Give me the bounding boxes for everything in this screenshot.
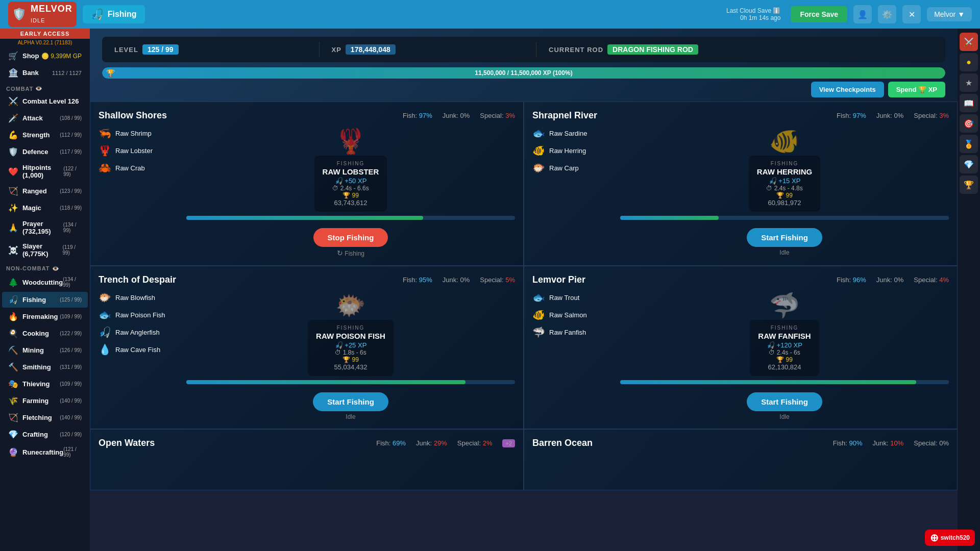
current-fish-name: RAW LOBSTER <box>323 167 379 176</box>
settings-icon-button[interactable]: ⚙️ <box>878 5 896 23</box>
bank-count: 1112 / 1127 <box>52 70 82 76</box>
right-panel-btn-combat[interactable]: ⚔️ <box>960 33 978 51</box>
area-name-lemvor: Lemvor Pier <box>532 274 585 285</box>
start-fishing-button-shrapnel-river[interactable]: Start Fishing <box>747 228 822 247</box>
raw-cave-fish-label: Raw Cave Fish <box>115 346 160 354</box>
crafting-icon: 💎 <box>8 430 18 439</box>
fishing-spinner: ↻ <box>337 249 343 257</box>
right-panel-btn-gold[interactable]: ● <box>960 53 978 71</box>
shop-gp: 🪙 9,399M GP <box>41 53 82 60</box>
special-pct-label: Special: 4% <box>914 276 949 284</box>
shrimp-icon: 🦐 <box>99 127 111 139</box>
start-fishing-button-lemvor[interactable]: Start Fishing <box>747 392 822 411</box>
xp-bar-container: 🏆 11,500,000 / 11,500,000 XP (100%) <box>102 67 945 79</box>
spend-xp-button[interactable]: Spend 🏆 XP <box>888 82 945 97</box>
area-status-shrapnel-river: Idle <box>779 249 789 256</box>
stop-fishing-button-shallow-shores[interactable]: Stop Fishing <box>313 228 388 247</box>
current-fish-name-shrapnel: RAW HERRING <box>757 167 812 176</box>
sidebar-item-crafting[interactable]: 💎Crafting (120 / 99) <box>2 427 88 442</box>
sidebar-item-firemaking[interactable]: 🔥Firemaking (109 / 99) <box>2 309 88 324</box>
sidebar-item-attack[interactable]: 🗡️Attack (108 / 99) <box>2 110 88 126</box>
area-content-shrapnel-river: 🐟 Raw Sardine 🐠 Raw Herring 🐡 Raw Carp <box>532 127 949 256</box>
sidebar-item-thieving[interactable]: 🎭Thieving (109 / 99) <box>2 376 88 392</box>
app-name: MELVORIDLE <box>31 4 72 25</box>
rod-value: DRAGON FISHING ROD <box>607 44 698 55</box>
firemaking-icon: 🔥 <box>8 312 18 321</box>
prayer-icon: 🙏 <box>8 223 18 233</box>
sidebar-item-shop[interactable]: 🛒 Shop 🪙 9,399M GP <box>2 48 88 64</box>
sidebar-item-ranged[interactable]: 🏹Ranged (123 / 99) <box>2 183 88 199</box>
area-status-shallow-shores: ↻ Fishing <box>337 249 364 257</box>
ranged-icon: 🏹 <box>8 186 18 196</box>
progress-bar-shrapnel-river <box>620 216 949 220</box>
right-panel-btn-gem[interactable]: 💎 <box>960 155 978 173</box>
xp-stat: XP 178,448,048 <box>332 44 524 55</box>
fishing-label: FISHING <box>323 161 379 166</box>
view-checkpoints-button[interactable]: View Checkpoints <box>811 82 884 97</box>
sidebar-item-cooking[interactable]: 🍳Cooking (122 / 99) <box>2 325 88 341</box>
mining-icon: ⛏️ <box>8 345 18 355</box>
fish-time: ⏱ 2.4s - 4.8s <box>757 185 812 192</box>
area-middle-shrapnel-river: 🐠 FISHING RAW HERRING 🎣 +15 XP ⏱ 2.4s - … <box>620 127 949 256</box>
rod-stat: CURRENT ROD DRAGON FISHING ROD <box>549 44 933 55</box>
sidebar-item-farming[interactable]: 🌾Farming (140 / 99) <box>2 393 88 409</box>
fish-count: 60,981,972 <box>757 199 812 207</box>
current-fish-display: FISHING RAW LOBSTER 🎣 +50 XP ⏱ 2.4s - 6.… <box>314 156 387 212</box>
sidebar-item-strength[interactable]: 💪Strength (112 / 99) <box>2 127 88 143</box>
current-fish-display-trench: FISHING RAW POISON FISH 🎣 +25 XP ⏱ 1.8s … <box>308 320 394 376</box>
start-fishing-button-trench[interactable]: Start Fishing <box>313 392 388 411</box>
fishing-label: FISHING <box>757 161 812 166</box>
level-value: 125 / 99 <box>142 44 179 55</box>
content-area: LEVEL 125 / 99 XP 178,448,048 CURRENT RO… <box>90 29 958 551</box>
force-save-button[interactable]: Force Save <box>791 6 847 22</box>
big-fish-icon: 🦞 <box>335 127 366 156</box>
stat-divider-2 <box>536 42 536 57</box>
right-panel-btn-trophy[interactable]: 🏆 <box>960 176 978 194</box>
area-header-trench: Trench of Despair Fish: 95% Junk: 0% Spe… <box>99 274 515 285</box>
right-panel-btn-medal[interactable]: 🏅 <box>960 135 978 153</box>
right-panel-btn-book[interactable]: 📖 <box>960 94 978 112</box>
sidebar-item-magic[interactable]: ✨Magic (118 / 99) <box>2 200 88 216</box>
fishing-tab[interactable]: 🎣 Fishing <box>83 5 145 23</box>
raw-fanfish-label: Raw Fanfish <box>549 329 586 336</box>
early-access-badge: EARLY ACCESS <box>0 29 90 39</box>
sidebar-item-hitpoints[interactable]: ❤️Hitpoints (1,000) (122 / 99) <box>2 161 88 182</box>
area-card-shallow-shores: Shallow Shores Fish: 97% Junk: 0% Specia… <box>90 102 524 266</box>
right-panel-btn-star[interactable]: ★ <box>960 73 978 92</box>
sidebar-item-combat-level[interactable]: ⚔️ Combat Level 126 <box>2 93 88 109</box>
fish-xp: 🎣 +25 XP <box>316 341 385 349</box>
area-card-trench-of-despair: Trench of Despair Fish: 95% Junk: 0% Spe… <box>90 266 524 429</box>
nintendo-badge: ⊕ switch520 <box>925 530 975 546</box>
combat-level-label: Combat Level 126 <box>22 97 79 105</box>
sidebar-item-defence[interactable]: 🛡️Defence (117 / 99) <box>2 144 88 160</box>
user-menu-button[interactable]: Melvor ▼ <box>927 7 972 21</box>
close-button[interactable]: ✕ <box>902 5 921 23</box>
sidebar-item-fletching[interactable]: 🏹Fletching (140 / 99) <box>2 410 88 425</box>
blowfish-icon: 🐡 <box>99 291 111 304</box>
sidebar-item-prayer[interactable]: 🙏Prayer (732,195) (134 / 99) <box>2 217 88 238</box>
right-panel-btn-target[interactable]: 🎯 <box>960 114 978 133</box>
hitpoints-icon: ❤️ <box>8 167 18 177</box>
cave-fish-icon: 💧 <box>99 343 111 356</box>
strength-icon: 💪 <box>8 130 18 140</box>
sidebar-item-smithing[interactable]: 🔨Smithing (131 / 99) <box>2 359 88 375</box>
fish-item: 💧 Raw Cave Fish <box>99 343 180 356</box>
area-header-lemvor: Lemvor Pier Fish: 96% Junk: 0% Special: … <box>532 274 949 285</box>
logo-icon: 🛡️ <box>12 8 27 21</box>
fishing-tab-icon: 🎣 <box>91 8 104 20</box>
area-status-lemvor: Idle <box>779 413 789 420</box>
sidebar-item-mining[interactable]: ⛏️Mining (126 / 99) <box>2 342 88 358</box>
sardine-icon: 🐟 <box>532 127 545 139</box>
user-icon-button[interactable]: 👤 <box>853 5 872 23</box>
sidebar-item-fishing[interactable]: 🎣Fishing (125 / 99) <box>2 292 88 308</box>
fish-item: 🐠 Raw Salmon <box>532 309 614 321</box>
fishing-label: FISHING <box>758 325 811 331</box>
sidebar-item-woodcutting[interactable]: 🌲Woodcutting (134 / 99) <box>2 273 88 291</box>
poison-fish-icon: 🐟 <box>99 309 111 321</box>
fish-pct-label: Fish: 97% <box>403 112 432 119</box>
sidebar-item-slayer[interactable]: ☠️Slayer (6,775K) (119 / 99) <box>2 239 88 261</box>
fish-count: 55,034,432 <box>316 363 385 371</box>
slayer-icon: ☠️ <box>8 245 18 255</box>
sidebar-item-runecrafting[interactable]: 🔮Runecrafting (121 / 99) <box>2 443 88 461</box>
sidebar-item-bank[interactable]: 🏦 Bank 1112 / 1127 <box>2 65 88 81</box>
